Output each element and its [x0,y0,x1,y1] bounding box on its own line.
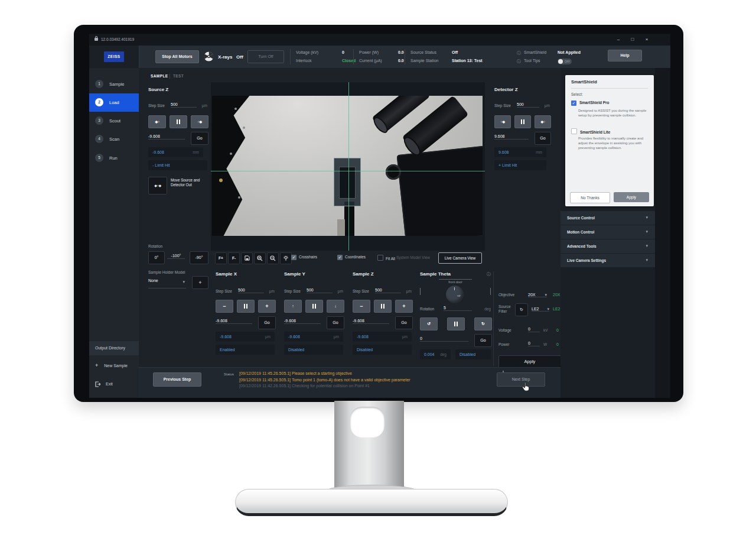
voltage-input[interactable] [528,327,540,332]
tooltips-toggle[interactable]: OFF [558,59,572,64]
theta-position-input[interactable] [420,336,468,342]
pause-button[interactable] [374,300,392,313]
step-number: 5 [95,154,103,162]
info-icon[interactable]: ⓘ [487,271,491,277]
smartshield-apply-button[interactable]: Apply [614,192,649,202]
step-size-input[interactable] [307,288,333,293]
tab-sample[interactable]: SAMPLE [151,74,168,78]
go-button[interactable]: Go [258,316,276,329]
source-out-button[interactable]: ○◆ [191,115,208,128]
focus-minus-button[interactable]: F- [228,252,240,264]
no-thanks-button[interactable]: No Thanks [570,192,610,203]
jog-plus-button[interactable]: + [395,300,413,313]
step-size-input[interactable] [517,102,539,108]
axis-status-toggle[interactable]: Disabled [353,345,412,355]
objective-dropdown[interactable]: 20X ▾ [528,293,547,297]
source-z-position-input[interactable] [148,134,185,140]
sidebar-item-sample[interactable]: 1 Sample [89,75,139,93]
go-button[interactable]: Go [395,316,413,329]
previous-step-button[interactable]: Previous Step [153,372,201,387]
status-message: [09/12/2019 11:45.26.505.1] Tomo point 1… [239,377,499,384]
sidebar-item-run[interactable]: 5 Run [89,149,139,167]
info-icon[interactable]: ⓘ [517,50,521,56]
rotate-ccw-button[interactable]: ↺ [420,317,438,330]
minimize-button[interactable]: – [614,35,623,44]
crosshairs-checkbox[interactable]: ✓Crosshairs [291,255,317,260]
theta-dial[interactable]: +z [446,286,464,303]
readout-unit: µm [334,332,339,342]
fit-all-checkbox[interactable]: Fit All [377,255,395,261]
rotation-input[interactable] [167,254,185,259]
turn-off-button[interactable]: Turn Off [247,50,284,63]
tab-test[interactable]: TEST [173,74,184,78]
accordion-motion-control[interactable]: Motion Control ▾ [561,225,655,239]
accordion-source-control[interactable]: Source Control ▾ [561,211,655,225]
rotation-minus90-button[interactable]: -90° [190,251,208,264]
help-button[interactable]: Help [608,50,642,61]
sample-holder-dropdown[interactable]: None ▾ [148,278,186,288]
position-input[interactable] [216,319,252,324]
pause-button[interactable] [514,115,531,128]
detector-out-button[interactable]: ◆○ [535,115,551,128]
live-camera-viewport[interactable] [211,82,485,251]
pause-button[interactable] [170,115,187,128]
step-size-input[interactable] [238,288,264,293]
zoom-in-button[interactable] [254,252,266,264]
accordion-live-camera-settings[interactable]: Live Camera Settings ▾ [561,254,655,268]
axis-status-toggle[interactable]: Disabled [455,349,491,359]
pause-button[interactable] [447,317,465,330]
jog-up-button[interactable]: ↑ [284,300,302,313]
filter-rotate-button[interactable]: ↻ [515,303,528,316]
go-button[interactable]: Go [327,316,344,329]
illumination-button[interactable] [280,252,292,264]
rotation-zero-button[interactable]: 0° [148,251,165,264]
info-icon[interactable]: ⓘ [517,59,521,64]
theta-rotation-input[interactable] [444,306,472,311]
sidebar-item-load[interactable]: 2 Load [89,93,139,112]
step-size-input[interactable] [375,288,401,293]
filter-dropdown[interactable]: LE2 ▾ [532,307,549,312]
axis-status-toggle[interactable]: Disabled [284,345,343,355]
coordinates-checkbox[interactable]: ✓Coordinates [337,255,366,260]
step-size-input[interactable] [171,102,197,108]
accordion-advanced-tools[interactable]: Advanced Tools ▾ [561,239,655,254]
go-button[interactable]: Go [474,334,492,347]
axis-status-toggle[interactable]: Enabled [216,345,275,355]
jog-down-button[interactable]: ↓ [327,300,344,313]
power-input[interactable] [528,341,540,346]
smartshield-pro-checkbox[interactable]: ✓SmartShield Pro [571,100,610,106]
detector-in-button[interactable]: ○◆ [494,115,511,128]
smartshield-lite-checkbox[interactable]: SmartShield Lite [571,128,610,134]
close-button[interactable]: × [642,35,651,44]
pause-button[interactable] [237,300,255,313]
system-model-view-button[interactable]: System Model View [396,255,430,260]
sidebar-item-scout[interactable]: 3 Scout [89,112,139,130]
exit-button[interactable]: Exit [89,377,139,392]
apply-source-button[interactable]: Apply [498,355,561,368]
move-source-detector-out-button[interactable]: ◆○◆ Move Source and Detector Out [148,177,207,196]
next-step-button[interactable]: Next Step [497,372,545,387]
save-image-button[interactable] [241,252,253,264]
live-camera-view-button[interactable]: Live Camera View [438,252,482,264]
smartshield-value: Not Applied [558,50,581,54]
new-sample-button[interactable]: + New Sample [89,358,139,373]
jog-minus-button[interactable]: − [216,300,233,313]
jog-plus-button[interactable]: + [258,300,276,313]
add-holder-button[interactable]: + [192,276,208,289]
detector-z-position-input[interactable] [494,134,529,140]
rotate-cw-button[interactable]: ↻ [474,317,492,330]
focus-plus-button[interactable]: F+ [215,252,227,264]
sidebar-item-scan[interactable]: 4 Scan [89,130,139,148]
pause-button[interactable] [305,300,323,313]
stop-all-motors-button[interactable]: Stop All Motors [155,50,199,63]
go-button[interactable]: Go [535,132,551,145]
position-input[interactable] [284,319,321,324]
output-directory-button[interactable]: Output Directory [89,341,139,355]
position-input[interactable] [353,319,389,324]
jog-minus-button[interactable]: − [353,300,370,313]
zoom-out-button[interactable] [267,252,279,264]
maximize-button[interactable]: □ [628,35,637,44]
source-in-button[interactable]: ◆○ [148,115,166,128]
go-button[interactable]: Go [191,132,208,145]
source-settings-panel: Objective 20X ▾ 20X Source Filter ↻ LE2 … [493,271,561,366]
